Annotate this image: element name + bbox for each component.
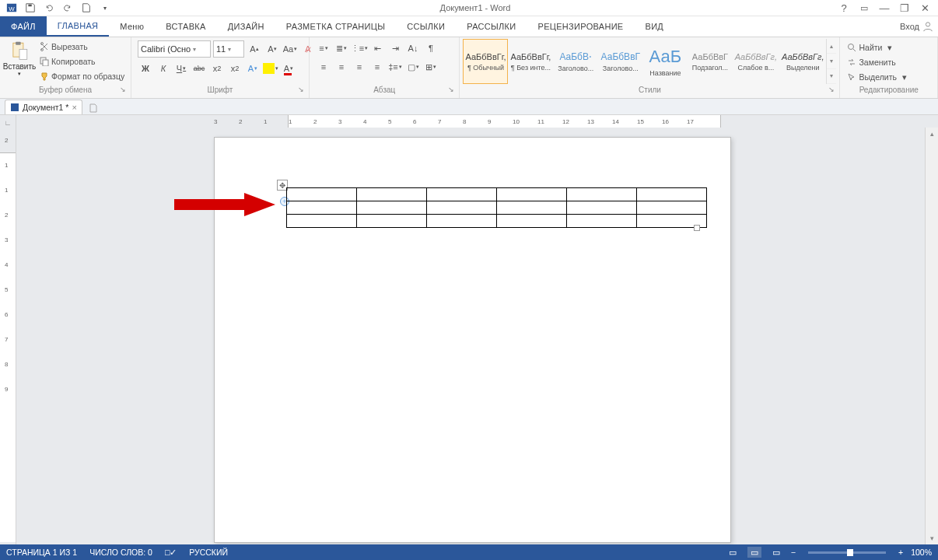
table-resize-handle[interactable] bbox=[694, 225, 700, 231]
tab-view[interactable]: ВИД bbox=[635, 16, 675, 37]
style-emphasis[interactable]: АаБбВвГг,Выделени bbox=[779, 39, 826, 84]
multilevel-icon[interactable]: ⋮≡▾ bbox=[352, 40, 367, 56]
style-no-spacing[interactable]: АаБбВвГг,¶ Без инте... bbox=[508, 39, 553, 84]
login-button[interactable]: Вход bbox=[900, 16, 938, 37]
italic-button[interactable]: К bbox=[156, 61, 171, 76]
align-left-icon[interactable]: ≡ bbox=[316, 59, 331, 75]
justify-icon[interactable]: ≡ bbox=[369, 59, 385, 75]
superscript-button[interactable]: x2 bbox=[227, 61, 243, 76]
redo-icon[interactable] bbox=[59, 1, 76, 15]
launcher-icon[interactable]: ↘ bbox=[448, 86, 454, 93]
restore-icon[interactable]: ❐ bbox=[898, 2, 912, 14]
tab-layout[interactable]: РАЗМЕТКА СТРАНИЦЫ bbox=[275, 16, 397, 37]
styles-scroll[interactable]: ▴▾▾ bbox=[826, 39, 836, 84]
zoom-in-button[interactable]: + bbox=[898, 548, 903, 557]
status-proofing-icon[interactable]: □✓ bbox=[165, 548, 177, 557]
tab-design[interactable]: ДИЗАЙН bbox=[217, 16, 275, 37]
zoom-out-button[interactable]: − bbox=[791, 548, 796, 557]
align-center-icon[interactable]: ≡ bbox=[334, 59, 349, 75]
cut-button[interactable]: Вырезать bbox=[37, 40, 127, 54]
grow-font-icon[interactable]: A▴ bbox=[247, 41, 262, 57]
tab-home[interactable]: ГЛАВНАЯ bbox=[47, 16, 110, 37]
status-language[interactable]: РУССКИЙ bbox=[189, 548, 228, 557]
view-web-icon[interactable]: ▭ bbox=[769, 547, 783, 558]
minimize-icon[interactable]: — bbox=[877, 2, 891, 14]
zoom-slider[interactable] bbox=[808, 551, 886, 554]
style-subtitle[interactable]: АаБбВвГПодзагол... bbox=[688, 39, 733, 84]
style-heading1[interactable]: АаБбВ⋅Заголово... bbox=[553, 39, 598, 84]
new-doc-icon[interactable] bbox=[78, 1, 95, 15]
decrease-indent-icon[interactable]: ⇤ bbox=[369, 40, 385, 56]
shading-icon[interactable]: ▢▾ bbox=[405, 59, 421, 75]
scroll-more-icon[interactable]: ▾ bbox=[827, 69, 836, 84]
format-painter-button[interactable]: Формат по образцу bbox=[37, 69, 127, 83]
change-case-icon[interactable]: Aa▾ bbox=[282, 41, 298, 57]
close-icon[interactable]: ✕ bbox=[918, 2, 932, 14]
strike-button[interactable]: abc bbox=[191, 61, 207, 76]
new-tab-button[interactable] bbox=[86, 102, 101, 114]
scroll-up-icon[interactable]: ▴ bbox=[827, 39, 836, 54]
ruler-vertical[interactable]: 21123456789 bbox=[0, 128, 16, 544]
align-right-icon[interactable]: ≡ bbox=[352, 59, 367, 75]
table-row[interactable] bbox=[287, 215, 707, 228]
line-spacing-icon[interactable]: ‡≡▾ bbox=[387, 59, 403, 75]
tab-review[interactable]: РЕЦЕНЗИРОВАНИЕ bbox=[527, 16, 635, 37]
close-tab-icon[interactable]: × bbox=[72, 103, 76, 112]
bullets-icon[interactable]: ≡▾ bbox=[316, 40, 331, 56]
save-icon[interactable] bbox=[22, 1, 39, 15]
document-table[interactable] bbox=[286, 187, 707, 228]
font-color-icon[interactable]: A▾ bbox=[281, 61, 296, 76]
style-heading2[interactable]: АаБбВвГЗаголово... bbox=[598, 39, 643, 84]
find-button[interactable]: Найти▾ bbox=[845, 40, 908, 54]
status-page[interactable]: СТРАНИЦА 1 ИЗ 1 bbox=[6, 548, 77, 557]
launcher-icon[interactable]: ↘ bbox=[120, 86, 126, 93]
style-title[interactable]: АаБНазвание bbox=[643, 39, 688, 84]
numbering-icon[interactable]: ≣▾ bbox=[334, 40, 349, 56]
qat-customize-icon[interactable]: ▾ bbox=[96, 1, 114, 15]
zoom-level[interactable]: 100% bbox=[911, 548, 932, 557]
text-effects-icon[interactable]: A▾ bbox=[245, 61, 261, 76]
scroll-down-icon[interactable]: ▾ bbox=[827, 54, 836, 68]
vertical-scrollbar[interactable]: ▴ ▾ bbox=[925, 128, 938, 544]
show-marks-icon[interactable]: ¶ bbox=[423, 40, 439, 56]
word-doc-icon bbox=[10, 103, 19, 112]
style-subtle-emphasis[interactable]: АаБбВвГг,Слабое в... bbox=[733, 39, 779, 84]
tab-insert[interactable]: ВСТАВКА bbox=[155, 16, 216, 37]
styles-gallery[interactable]: АаБбВвГг,¶ Обычный АаБбВвГг,¶ Без инте..… bbox=[463, 39, 836, 84]
tab-references[interactable]: ССЫЛКИ bbox=[396, 16, 456, 37]
font-size-combo[interactable]: 11▾ bbox=[213, 40, 244, 58]
table-row[interactable] bbox=[287, 201, 707, 215]
sort-icon[interactable]: A↓ bbox=[405, 40, 421, 56]
bold-button[interactable]: Ж bbox=[138, 61, 153, 76]
replace-button[interactable]: Заменить bbox=[845, 55, 908, 69]
scroll-down-icon[interactable]: ▾ bbox=[926, 532, 938, 544]
shrink-font-icon[interactable]: A▾ bbox=[264, 41, 280, 57]
increase-indent-icon[interactable]: ⇥ bbox=[387, 40, 403, 56]
subscript-button[interactable]: x2 bbox=[209, 61, 225, 76]
page[interactable]: ✥ + bbox=[214, 137, 731, 543]
document-area[interactable]: ✥ + bbox=[16, 128, 925, 544]
view-print-icon[interactable]: ▭ bbox=[747, 547, 761, 558]
borders-icon[interactable]: ⊞▾ bbox=[423, 59, 439, 75]
scroll-up-icon[interactable]: ▴ bbox=[926, 128, 938, 140]
help-icon[interactable]: ? bbox=[837, 2, 851, 14]
copy-button[interactable]: Копировать bbox=[37, 54, 127, 68]
style-normal[interactable]: АаБбВвГг,¶ Обычный bbox=[463, 39, 508, 84]
highlight-icon[interactable]: ▾ bbox=[263, 61, 278, 76]
select-button[interactable]: Выделить▾ bbox=[845, 70, 908, 84]
font-name-combo[interactable]: Calibri (Осно▾ bbox=[138, 40, 211, 58]
table-row[interactable] bbox=[287, 188, 707, 201]
undo-icon[interactable] bbox=[40, 1, 58, 15]
tab-mailings[interactable]: РАССЫЛКИ bbox=[456, 16, 527, 37]
document-tab[interactable]: Документ1 * × bbox=[5, 100, 82, 114]
group-label-editing: Редактирование bbox=[843, 86, 934, 96]
launcher-icon[interactable]: ↘ bbox=[298, 86, 304, 93]
paste-button[interactable]: Вставить ▾ bbox=[3, 39, 36, 77]
tab-file[interactable]: ФАЙЛ bbox=[0, 16, 47, 37]
status-words[interactable]: ЧИСЛО СЛОВ: 0 bbox=[89, 548, 152, 557]
view-read-icon[interactable]: ▭ bbox=[726, 547, 740, 558]
launcher-icon[interactable]: ↘ bbox=[828, 86, 835, 93]
ribbon-options-icon[interactable]: ▭ bbox=[857, 3, 871, 13]
underline-button[interactable]: Ч▾ bbox=[173, 61, 189, 76]
tab-menu[interactable]: Меню bbox=[109, 16, 155, 37]
